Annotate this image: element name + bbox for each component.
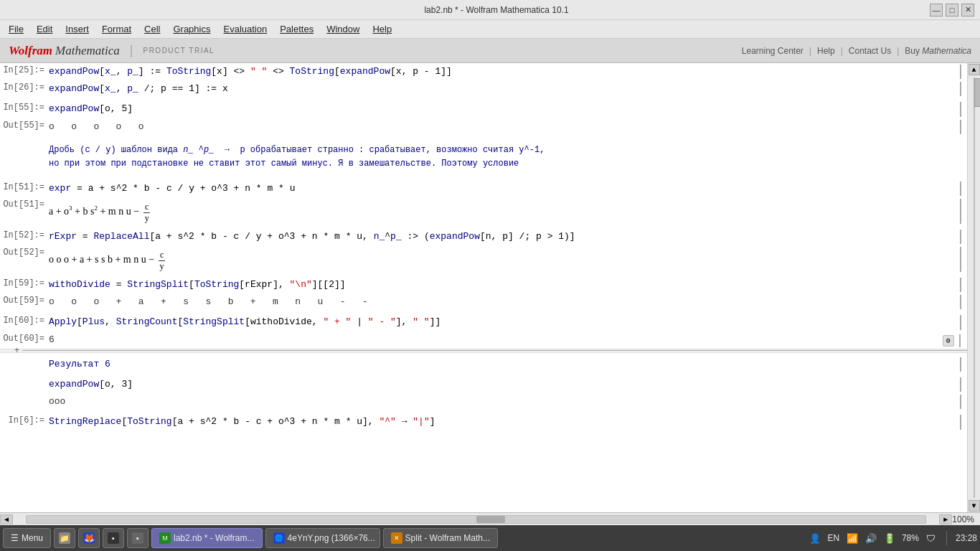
cell-content-in6[interactable]: StringReplace[ToString[a + s^2 * b - c +… [49, 413, 957, 430]
cell-content-in55[interactable]: expandPow[o, 5] [49, 100, 957, 118]
taskbar-right: 👤 EN 📶 🔊 🔋 78% 🛡 23:28 [809, 531, 977, 545]
cell-content-out52: o o o + a + s s b + m n u − cy [49, 245, 957, 273]
cell-text1: Дробь (с / у) шаблон вида n_ ^p_ → p обр… [0, 136, 967, 179]
close-button[interactable]: ✕ [961, 4, 974, 17]
menubar: File Edit Insert Format Cell Graphics Ev… [0, 20, 980, 39]
cell-content-out55: o o o o o [49, 118, 957, 136]
network-icon[interactable]: 📶 [846, 532, 859, 545]
window-title: lab2.nb * - Wolfram Mathematica 10.1 [424, 5, 568, 15]
cell-in51: In[51]:= expr = a + s^2 * b - c / y + o^… [0, 180, 967, 197]
wolfram-brand-wolfram: Wolfram [9, 44, 52, 58]
wolfram-logo-divider: | [130, 43, 133, 58]
cell-label-in26: In[26]:= [0, 80, 49, 98]
cell-label-in6: In[6]:= [0, 413, 49, 430]
cell-content-in60[interactable]: Apply[Plus, StringCount[StringSplit[with… [49, 314, 957, 331]
menu-graphics[interactable]: Graphics [167, 22, 216, 36]
volume-icon[interactable]: 🔊 [864, 532, 877, 545]
cell-bracket-in26 [957, 80, 967, 98]
cell-result-label: Результат 6 [49, 356, 957, 373]
shield-icon[interactable]: 🛡 [925, 532, 938, 545]
main-area: In[25]:= expandPow[x_, p_] := ToString[x… [0, 63, 980, 512]
help-link[interactable]: Help [817, 46, 835, 56]
vertical-scrollbar[interactable]: ▲ ▼ [967, 63, 980, 512]
scroll-up-button[interactable]: ▲ [969, 64, 980, 75]
cell-result-text: Результат 6 [0, 356, 967, 373]
taskbar-terminal-icon[interactable]: ▪ [103, 528, 124, 548]
taskbar: ☰ Menu 📁 🦊 ▪ ▪ M lab2.nb * - Wolfram... … [0, 525, 980, 551]
menu-file[interactable]: File [3, 22, 29, 36]
notebook[interactable]: In[25]:= expandPow[x_, p_] := ToString[x… [0, 63, 967, 512]
cell-in55: In[55]:= expandPow[o, 5] [0, 100, 967, 118]
cell-out55: Out[55]= o o o o o [0, 118, 967, 136]
taskbar-files-icon[interactable]: 📁 [54, 528, 75, 548]
cell-bracket-in55 [957, 100, 967, 118]
cell-bracket-in6 [957, 413, 967, 430]
taskbar-browser-icon[interactable]: 🦊 [78, 528, 100, 548]
cell-out60: Out[60]= 6 ⚙ [0, 331, 967, 349]
zoom-label: 100% [952, 514, 980, 524]
taskbar-menu-button[interactable]: ☰ Menu [3, 528, 51, 548]
menu-evaluation[interactable]: Evaluation [217, 22, 273, 36]
scroll-thumb[interactable] [974, 78, 981, 107]
cell-content-out60: 6 [49, 331, 943, 349]
taskbar-folder-icon: 📁 [59, 532, 70, 544]
cell-bracket-out59 [957, 293, 967, 311]
cell-bracket-in52 [957, 228, 967, 245]
wolfram-brand-mathematica: Mathematica [55, 44, 120, 58]
cell-content-in52[interactable]: rExpr = ReplaceAll[a + s^2 * b - c / y +… [49, 228, 957, 245]
menu-insert[interactable]: Insert [60, 22, 95, 36]
group-divider-line [22, 350, 967, 351]
contact-us-link[interactable]: Contact Us [849, 46, 891, 56]
product-trial-label: PRODUCT TRIAL [143, 47, 215, 55]
cell-expandpow-result: ooo [0, 393, 967, 410]
window-controls[interactable]: — □ ✕ [930, 4, 974, 17]
menu-format[interactable]: Format [96, 22, 137, 36]
cell-label-out60: Out[60]= [0, 331, 49, 349]
taskbar-png-task[interactable]: 🌐 4eYnY.png (1366×76... [265, 528, 380, 548]
cell-in26: In[26]:= expandPow[x_, p_ /; p == 1] := … [0, 80, 967, 98]
scroll-right-button[interactable]: ▶ [939, 514, 952, 524]
cell-expandpow-call: expandPow[o, 3] [0, 376, 967, 393]
learning-center-link[interactable]: Learning Center [742, 46, 804, 56]
taskbar-split-task[interactable]: ✕ Split - Wolfram Math... [383, 528, 498, 548]
taskbar-split-label: Split - Wolfram Math... [405, 533, 490, 543]
cell-out59: Out[59]= o o o + a + s s b + m n u - - [0, 293, 967, 311]
language-icon[interactable]: EN [827, 532, 840, 545]
cell-content-in25[interactable]: expandPow[x_, p_] := ToString[x] <> " " … [49, 63, 957, 80]
cell-text1-label [0, 141, 49, 173]
scroll-left-button[interactable]: ◀ [0, 514, 13, 524]
user-icon[interactable]: 👤 [809, 532, 821, 545]
maximize-button[interactable]: □ [946, 4, 958, 17]
cell-bracket-result [957, 356, 967, 373]
cell-content-in51[interactable]: expr = a + s^2 * b - c / y + o^3 + n * m… [49, 180, 957, 197]
cell-in25: In[25]:= expandPow[x_, p_] := ToString[x… [0, 63, 967, 80]
taskbar-lab2-icon: M [159, 532, 171, 544]
cell-content-in26[interactable]: expandPow[x_, p_ /; p == 1] := x [49, 80, 957, 98]
cell-bracket-text1 [957, 141, 967, 173]
cell-label-in52: In[52]:= [0, 228, 49, 245]
cell-bracket-in51 [957, 180, 967, 197]
menu-cell[interactable]: Cell [138, 22, 166, 36]
hscroll-thumb[interactable] [476, 516, 505, 523]
cell-settings-icon[interactable]: ⚙ [943, 335, 954, 347]
menu-edit[interactable]: Edit [31, 22, 58, 36]
menu-window[interactable]: Window [321, 22, 365, 36]
taskbar-png-icon: 🌐 [273, 532, 285, 544]
taskbar-extra-icon2: ▪ [132, 532, 143, 544]
cell-label-out55: Out[55]= [0, 118, 49, 136]
cell-label-in60: In[60]:= [0, 314, 49, 331]
menu-help[interactable]: Help [367, 22, 397, 36]
cell-label-in55: In[55]:= [0, 100, 49, 118]
cell-content-in59[interactable]: withoDivide = StringSplit[ToString[rExpr… [49, 276, 957, 293]
taskbar-lab2-task[interactable]: M lab2.nb * - Wolfram... [151, 528, 263, 548]
battery-icon[interactable]: 🔋 [883, 532, 896, 545]
menu-palettes[interactable]: Palettes [274, 22, 319, 36]
cell-in52: In[52]:= rExpr = ReplaceAll[a + s^2 * b … [0, 228, 967, 245]
horizontal-scrollbar[interactable]: ◀ ▶ 100% [0, 512, 980, 525]
cell-label-in51: In[51]:= [0, 180, 49, 197]
minimize-button[interactable]: — [930, 4, 943, 17]
taskbar-extra-icon[interactable]: ▪ [127, 528, 149, 548]
buy-link[interactable]: Buy Mathematica [905, 46, 971, 56]
scroll-down-button[interactable]: ▼ [969, 500, 980, 512]
cell-bracket-in25 [957, 63, 967, 80]
